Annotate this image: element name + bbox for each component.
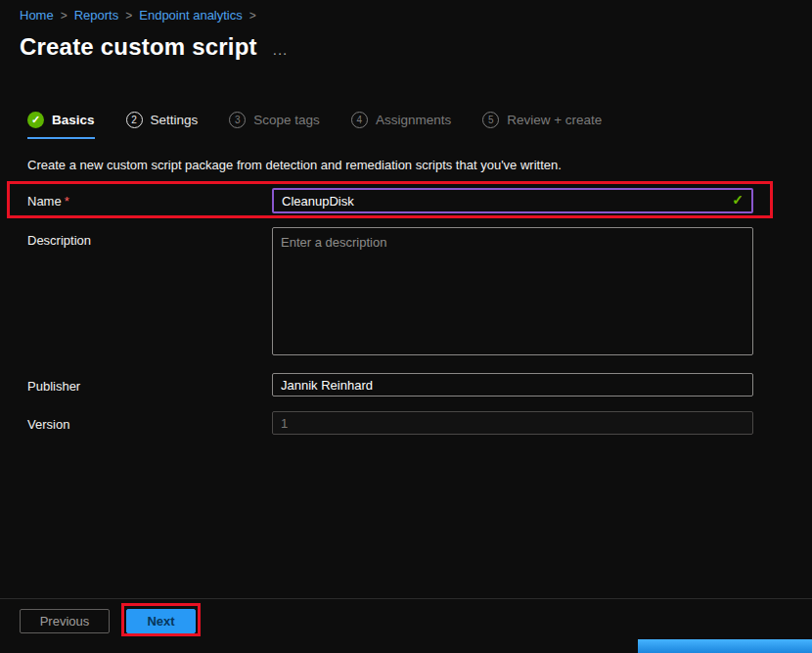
tab-basics[interactable]: ✓ Basics (27, 112, 95, 139)
tab-review-create[interactable]: 5 Review + create (482, 112, 602, 137)
step-label-scope-tags: Scope tags (253, 113, 320, 127)
more-options-icon[interactable]: ... (273, 41, 289, 58)
title-row: Create custom script ... (20, 33, 288, 61)
name-field-wrap: ✓ (272, 188, 753, 213)
step-number-badge: 3 (229, 112, 246, 128)
step-number-badge: 4 (351, 112, 368, 128)
next-button[interactable]: Next (126, 609, 196, 633)
breadcrumb-reports[interactable]: Reports (74, 8, 119, 23)
breadcrumb-separator: > (125, 9, 132, 23)
name-label-text: Name (27, 194, 62, 209)
step-number-badge: 5 (482, 112, 499, 128)
step-label-basics: Basics (52, 113, 95, 127)
wizard-steps: ✓ Basics 2 Settings 3 Scope tags 4 Assig… (27, 112, 602, 139)
breadcrumb-separator: > (249, 9, 256, 23)
breadcrumb-separator: > (61, 9, 68, 23)
breadcrumb-home[interactable]: Home (20, 8, 54, 23)
step-number-badge: 2 (126, 112, 143, 128)
required-asterisk: * (65, 194, 69, 209)
step-complete-check-icon: ✓ (27, 112, 44, 128)
step-label-review-create: Review + create (507, 113, 602, 127)
tab-assignments[interactable]: 4 Assignments (351, 112, 451, 137)
publisher-field-label: Publisher (27, 379, 80, 394)
tab-settings[interactable]: 2 Settings (126, 112, 199, 137)
tab-scope-tags[interactable]: 3 Scope tags (229, 112, 320, 137)
publisher-input[interactable] (272, 373, 753, 396)
create-custom-script-page: Home > Reports > Endpoint analytics > Cr… (0, 0, 812, 653)
breadcrumb: Home > Reports > Endpoint analytics > (20, 8, 256, 23)
description-field-label: Description (27, 233, 91, 248)
page-title: Create custom script (20, 33, 257, 61)
breadcrumb-endpoint-analytics[interactable]: Endpoint analytics (139, 8, 243, 23)
name-input[interactable] (272, 188, 753, 213)
version-field-label: Version (27, 417, 69, 432)
name-field-label: Name* (27, 194, 69, 209)
version-input (272, 411, 753, 435)
step-label-assignments: Assignments (376, 113, 451, 127)
description-textarea[interactable] (272, 227, 753, 355)
background-window-edge (638, 639, 812, 653)
valid-check-icon: ✓ (732, 192, 744, 208)
previous-button[interactable]: Previous (20, 609, 110, 633)
intro-text: Create a new custom script package from … (27, 158, 562, 172)
step-label-settings: Settings (151, 113, 199, 127)
